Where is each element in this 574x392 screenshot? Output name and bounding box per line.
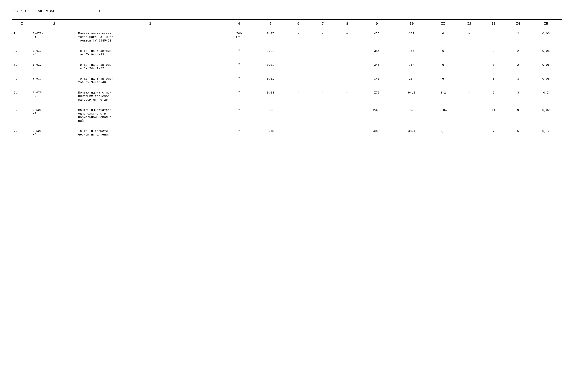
row-col7: – [311, 105, 335, 126]
col-header-5: 5 [255, 20, 286, 28]
row-col11: 6 [429, 46, 457, 60]
row-col4: " [223, 105, 255, 126]
row-col5: 0,0I [255, 60, 286, 74]
row-col15: 0,06 [530, 28, 562, 46]
row-col15: 0,02 [530, 105, 562, 126]
row-col8: – [335, 87, 359, 105]
table-row: 4.8–6I2– –5То же, на 8 автома- тов СУ 94… [12, 74, 562, 87]
row-col4: I00 шт. [223, 28, 255, 46]
row-col9: 345 [359, 74, 394, 87]
col-header-10: I0 [394, 20, 429, 28]
row-code: 8–59I– –3 [31, 126, 77, 140]
row-col12: – [457, 105, 481, 126]
row-col12: – [457, 126, 481, 140]
header: 294–6–I0 Ал.IV.84 – I03 – [12, 9, 562, 13]
row-col7: – [311, 126, 335, 140]
row-col14: 3 [506, 87, 530, 105]
row-col8: – [335, 74, 359, 87]
row-col8: – [335, 46, 359, 60]
col-header-11: II [429, 20, 457, 28]
col-header-12: I2 [457, 20, 481, 28]
col-header-15: I5 [530, 20, 562, 28]
row-col10: 94,3 [394, 87, 429, 105]
row-col6: – [286, 87, 310, 105]
row-col9: 345 [359, 46, 394, 60]
row-col5: 0,0I [255, 28, 286, 46]
row-col5: 0,03 [255, 87, 286, 105]
col-header-4: 4 [223, 20, 255, 28]
row-col13: 3 [481, 46, 506, 60]
row-col12: – [457, 60, 481, 74]
table-row: 5.8–6I0– –2Монтаж ящика с по- нижающим т… [12, 87, 562, 105]
row-description: То же, на 8 автома- тов СУ 94445–46 [77, 74, 223, 87]
row-col4: " [223, 74, 255, 87]
row-index: 7. [12, 126, 31, 140]
row-col8: – [335, 28, 359, 46]
row-col10: I64 [394, 46, 429, 60]
table-row: 2.8–6I2– –5То же, на 6 автома- тов СУ 94… [12, 46, 562, 60]
row-col5: 0,0I [255, 46, 286, 60]
row-col9: I79 [359, 87, 394, 105]
row-col8: – [335, 105, 359, 126]
row-col14: 2 [506, 46, 530, 60]
row-code: 8–59I– –I [31, 105, 77, 126]
row-col13: I4 [481, 105, 506, 126]
row-col6: – [286, 28, 310, 46]
col-header-1: I [12, 20, 31, 28]
row-col14: 2 [506, 28, 530, 46]
col-header-14: I4 [506, 20, 530, 28]
row-col4: " [223, 87, 255, 105]
row-col10: I64 [394, 74, 429, 87]
row-code: 8–6I2– –5 [31, 60, 77, 74]
header-number: – I03 – [94, 9, 108, 13]
row-col4: " [223, 46, 255, 60]
row-col12: – [457, 28, 481, 46]
row-index: 2. [12, 46, 31, 60]
row-col5: 0,0I [255, 74, 286, 87]
row-col9: 4I5 [359, 28, 394, 46]
row-col13: 3 [481, 74, 506, 87]
row-col11: 0,04 [429, 105, 457, 126]
row-col6: – [286, 60, 310, 74]
row-index: 5. [12, 87, 31, 105]
row-col14: 9 [506, 105, 530, 126]
row-col7: – [311, 87, 335, 105]
row-col15: 0,06 [530, 60, 562, 74]
row-col7: – [311, 74, 335, 87]
row-col8: – [335, 126, 359, 140]
table-row: 6.8–59I– –IМонтаж выключателя однополюсн… [12, 105, 562, 126]
row-description: То же, на 6 автома- тов СУ 9444-23 [77, 46, 223, 60]
row-col13: 3 [481, 60, 506, 74]
row-col12: – [457, 46, 481, 60]
col-header-7: 7 [311, 20, 335, 28]
table-row: I.8–6I2– –6Монтаж щитка осве- тительного… [12, 28, 562, 46]
row-col13: 5 [481, 87, 506, 105]
row-col15: 0,I [530, 87, 562, 105]
row-code: 8–6I2– –6 [31, 28, 77, 46]
row-col14: 3 [506, 74, 530, 87]
row-code: 8–6I2– –5 [31, 74, 77, 87]
row-col6: – [286, 46, 310, 60]
row-col14: 2 [506, 60, 530, 74]
row-index: 4. [12, 74, 31, 87]
row-col13: 4 [481, 28, 506, 46]
row-col11: 3,2 [429, 87, 457, 105]
header-spec: Ал.IV.84 [38, 9, 54, 13]
row-col9: 23,8 [359, 105, 394, 126]
main-table: I 2 3 4 5 6 7 8 9 I0 II I2 I3 I4 I5 I.8–… [12, 19, 562, 140]
row-index: 3. [12, 60, 31, 74]
col-header-8: 8 [335, 20, 359, 28]
row-code: 8–6I2– –5 [31, 46, 77, 60]
table-row: 3.8–6I2– –5То же, на 2 автома- та СУ 944… [12, 60, 562, 74]
row-col15: 0,06 [530, 46, 562, 60]
header-code: 294–6–I0 [12, 9, 29, 13]
col-header-13: I3 [481, 20, 506, 28]
row-col6: – [286, 74, 310, 87]
row-col4: " [223, 126, 255, 140]
row-col11: 6 [429, 28, 457, 46]
row-col12: – [457, 87, 481, 105]
row-description: Монтаж ящика с по- нижающим трансфор- ма… [77, 87, 223, 105]
row-col7: – [311, 28, 335, 46]
row-description: То же, в гермети- ческом исполнении [77, 126, 223, 140]
row-col7: – [311, 60, 335, 74]
